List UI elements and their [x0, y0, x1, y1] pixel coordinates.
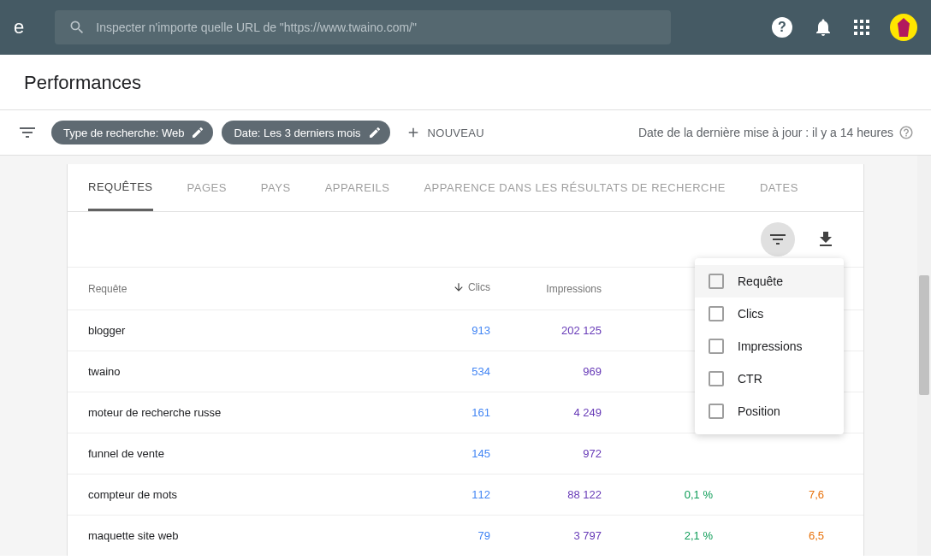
- filter-list-icon[interactable]: [17, 122, 38, 143]
- cell-clics: 534: [379, 365, 490, 378]
- tab-dates[interactable]: DATES: [760, 164, 798, 211]
- cell-impressions: 4 249: [490, 406, 602, 419]
- logo-fragment: e: [14, 16, 24, 38]
- cell-impressions: 88 122: [490, 488, 602, 501]
- edit-icon: [368, 126, 382, 139]
- cell-impressions: 972: [490, 447, 602, 460]
- cell-impressions: 969: [490, 365, 602, 378]
- scrollbar-thumb[interactable]: [919, 275, 929, 395]
- tab-pages[interactable]: PAGES: [187, 164, 227, 211]
- help-outline-icon[interactable]: [898, 125, 914, 140]
- notifications-icon[interactable]: [813, 17, 833, 38]
- table-row[interactable]: funnel de vente145972: [68, 433, 863, 474]
- cell-clics: 79: [379, 529, 490, 542]
- filter-bar: Type de recherche: Web Date: Les 3 derni…: [0, 110, 931, 156]
- cell-ctr: 2,1 %: [602, 529, 713, 542]
- tab-appareils[interactable]: APPAREILS: [325, 164, 390, 211]
- cell-impressions: 3 797: [490, 529, 602, 542]
- menu-item-position[interactable]: Position: [695, 395, 844, 427]
- last-update-text: Date de la dernière mise à jour : il y a…: [638, 125, 914, 140]
- dimension-tabs: REQUÊTES PAGES PAYS APPAREILS APPARENCE …: [68, 164, 863, 212]
- chip-search-type[interactable]: Type de recherche: Web: [51, 121, 213, 144]
- col-header-clics[interactable]: Clics: [379, 281, 490, 296]
- cell-clics: 913: [379, 324, 490, 337]
- cell-query: maquette site web: [88, 529, 379, 542]
- cell-query: funnel de vente: [88, 447, 379, 460]
- content-area: REQUÊTES PAGES PAYS APPAREILS APPARENCE …: [0, 156, 931, 556]
- checkbox[interactable]: [709, 274, 724, 289]
- cell-position: 6,5: [713, 529, 824, 542]
- top-actions: ?: [772, 14, 917, 41]
- search-input[interactable]: [96, 21, 657, 34]
- cell-clics: 161: [379, 406, 490, 419]
- filter-columns-button[interactable]: [761, 222, 795, 256]
- add-filter-label: NOUVEAU: [428, 127, 484, 139]
- arrow-down-icon: [453, 281, 465, 293]
- add-filter-button[interactable]: NOUVEAU: [406, 125, 484, 140]
- tab-apparence[interactable]: APPARENCE DANS LES RÉSULTATS DE RECHERCH…: [424, 164, 726, 211]
- checkbox[interactable]: [709, 404, 724, 419]
- menu-item-impressions[interactable]: Impressions: [695, 330, 844, 363]
- col-header-impressions[interactable]: Impressions: [490, 283, 602, 295]
- table-row[interactable]: maquette site web793 7972,1 %6,5: [68, 515, 863, 556]
- cell-position: 7,6: [713, 488, 824, 501]
- edit-icon: [191, 126, 205, 139]
- chip-date-range[interactable]: Date: Les 3 derniers mois: [222, 121, 389, 144]
- cell-impressions: 202 125: [490, 324, 602, 337]
- tab-pays[interactable]: PAYS: [261, 164, 291, 211]
- apps-icon[interactable]: [854, 20, 869, 35]
- scrollbar-track[interactable]: [917, 156, 931, 556]
- top-bar: e ?: [0, 0, 931, 55]
- filter-list-icon: [768, 229, 788, 250]
- col-header-query[interactable]: Requête: [88, 283, 379, 295]
- menu-item-requete[interactable]: Requête: [695, 265, 844, 298]
- plus-icon: [406, 125, 421, 140]
- menu-item-clics[interactable]: Clics: [695, 298, 844, 330]
- checkbox[interactable]: [709, 339, 724, 354]
- url-search-box[interactable]: [55, 10, 671, 44]
- cell-query: moteur de recherche russe: [88, 406, 379, 419]
- cell-query: blogger: [88, 324, 379, 337]
- checkbox[interactable]: [709, 306, 724, 321]
- page-title: Performances: [0, 55, 931, 110]
- cell-ctr: 0,1 %: [602, 488, 713, 501]
- download-button[interactable]: [809, 222, 843, 256]
- menu-item-ctr[interactable]: CTR: [695, 363, 844, 395]
- chip-label: Type de recherche: Web: [63, 127, 184, 139]
- cell-query: compteur de mots: [88, 488, 379, 501]
- cell-clics: 112: [379, 488, 490, 501]
- download-icon: [815, 229, 836, 250]
- tab-requetes[interactable]: REQUÊTES: [88, 164, 153, 211]
- checkbox[interactable]: [709, 371, 724, 386]
- filter-columns-menu: Requête Clics Impressions CTR Position: [695, 258, 844, 434]
- cell-clics: 145: [379, 447, 490, 460]
- cell-query: twaino: [88, 365, 379, 378]
- help-icon[interactable]: ?: [772, 17, 792, 38]
- search-icon: [68, 19, 86, 36]
- chip-label: Date: Les 3 derniers mois: [234, 127, 360, 139]
- avatar[interactable]: [890, 14, 917, 41]
- table-row[interactable]: compteur de mots11288 1220,1 %7,6: [68, 474, 863, 515]
